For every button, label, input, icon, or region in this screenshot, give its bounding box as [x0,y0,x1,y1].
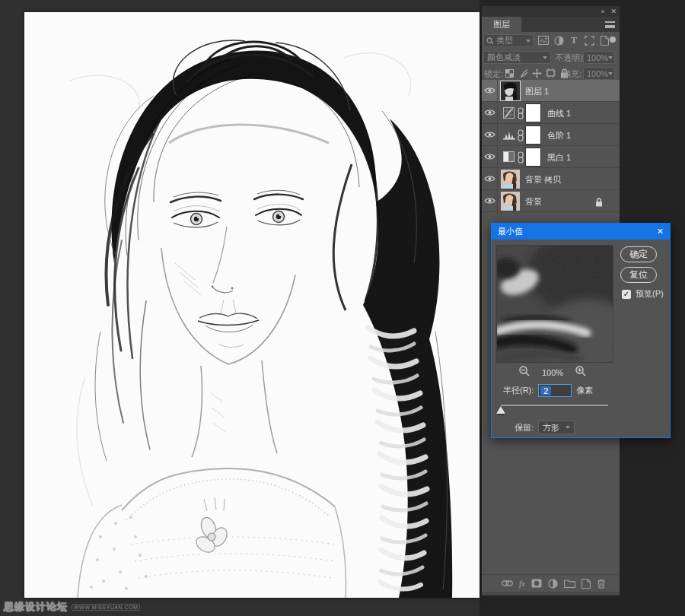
lock-artboard-icon[interactable] [546,68,556,78]
visibility-eye-icon[interactable] [482,124,498,145]
layer-name: 背景 [525,196,542,208]
filter-toggle-icon[interactable] [610,37,616,43]
layer-name: 色阶 1 [547,130,571,141]
zoom-out-icon[interactable] [519,366,530,379]
preserve-label: 保留: [515,422,534,433]
visibility-eye-icon[interactable] [482,102,498,123]
panel-menu-icon[interactable] [605,21,615,28]
preview-option: ✓ 预览(P) [622,288,664,300]
fill-value: 100% [587,69,608,78]
layer-row-levels1[interactable]: 色阶 1 [482,124,620,146]
panel-group-bar: « ✕ [482,6,620,17]
radius-label: 半径(R): [503,385,534,396]
dialog-title-bar[interactable]: 最小值 ✕ [492,224,670,240]
black-white-adjustment-icon [503,151,515,165]
visibility-eye-icon[interactable] [482,146,498,167]
layer-mask-thumbnail[interactable] [525,148,541,167]
fill-label: 填充: [562,68,581,80]
layer-row-background[interactable]: 背景 [482,190,620,212]
preview-label: 预览(P) [636,288,664,300]
tab-layers[interactable]: 图层 [482,17,521,32]
layer-name: 图层 1 [525,86,549,97]
chevron-down-icon [543,56,547,59]
radius-value: 2 [540,386,551,395]
add-adjustment-icon[interactable] [548,579,558,589]
layer-row-background-copy[interactable]: 背景 拷贝 [482,168,620,190]
new-group-folder-icon[interactable] [564,579,575,588]
lock-icons [505,68,569,78]
layer-filter-row: 类型 T [482,34,620,49]
radius-input[interactable]: 2 [538,384,572,397]
zoom-in-icon[interactable] [575,366,586,379]
minimum-filter-dialog: 最小值 ✕ 确定 复位 [491,223,671,438]
opacity-select[interactable]: 100% [583,51,615,64]
layer-thumbnail[interactable] [501,192,520,211]
chevron-down-icon [526,40,530,43]
layer-thumbnail[interactable] [501,81,520,100]
dialog-close-icon[interactable]: ✕ [657,227,664,237]
fill-select[interactable]: 100% [583,67,615,80]
filter-preview[interactable] [496,245,613,363]
preserve-row: 保留: 方形 [515,421,575,434]
layer-filter-type-select[interactable]: 类型 [483,34,534,47]
visibility-eye-icon[interactable] [482,190,498,211]
layer-row-curves1[interactable]: 曲线 1 [482,102,620,124]
link-layers-icon[interactable] [502,580,513,586]
layer-name: 黑白 1 [547,152,571,164]
layer-style-fx-icon[interactable]: fx [519,579,525,588]
filter-smart-objects-icon[interactable] [599,35,610,46]
lock-row: 锁定: 填充: 100% [482,67,620,81]
reset-button[interactable]: 复位 [620,267,657,283]
preview-zoom-controls: 100% [492,366,613,379]
radius-unit: 像素 [576,385,593,396]
blend-mode-select[interactable]: 颜色减淡 [483,51,551,64]
lock-transparency-icon[interactable] [505,68,515,78]
layer-row-blackwhite1[interactable]: 黑白 1 [482,146,620,168]
link-chain-icon[interactable] [518,129,524,144]
link-chain-icon[interactable] [518,151,524,167]
radius-row: 半径(R): 2 像素 [503,384,593,397]
layers-bottom-bar: fx [482,574,620,592]
ok-button[interactable]: 确定 [620,246,657,262]
filter-adjustment-layers-icon[interactable] [553,35,564,46]
layer-mask-thumbnail[interactable] [525,125,541,144]
lock-position-move-icon[interactable] [532,68,542,78]
dialog-body: 确定 复位 ✓ 预览(P) 100% 半径(R): 2 像素 保留: [492,240,670,437]
watermark: 思缘设计论坛 WWW.MISSYUAN.COM [4,600,140,614]
search-icon [486,34,494,48]
collapse-panel-icon[interactable]: « [601,8,604,15]
blend-mode-row: 颜色减淡 不透明度: 100% [482,51,620,65]
lock-label: 锁定: [484,68,503,80]
chevron-down-icon [566,426,570,429]
canvas-pasteboard: 思缘设计论坛 WWW.MISSYUAN.COM [0,0,480,616]
filter-type-layers-icon[interactable]: T [569,35,579,46]
visibility-eye-icon[interactable] [482,168,498,189]
watermark-title: 思缘设计论坛 [4,600,68,614]
link-chain-icon[interactable] [518,107,524,122]
visibility-eye-icon[interactable] [482,80,498,101]
levels-adjustment-icon [503,129,515,143]
delete-layer-trash-icon[interactable] [597,579,606,589]
filter-pixel-layers-icon[interactable] [538,35,549,46]
preserve-select[interactable]: 方形 [538,421,575,434]
lock-pixels-brush-icon[interactable] [518,68,528,78]
preserve-value: 方形 [543,422,559,433]
layer-thumbnail[interactable] [501,170,520,189]
new-layer-icon[interactable] [581,579,591,589]
layer-name: 曲线 1 [547,108,571,119]
panel-resize-strip[interactable] [482,592,620,595]
filter-kind-icons: T [538,35,610,46]
dialog-title: 最小值 [498,226,523,237]
zoom-level: 100% [542,368,563,377]
watermark-url: WWW.MISSYUAN.COM [72,604,140,611]
close-panel-icon[interactable]: ✕ [610,8,616,15]
radius-slider-thumb[interactable] [496,406,505,414]
layer-row-layer1[interactable]: 图层 1 [482,80,620,102]
preview-checkbox[interactable]: ✓ [622,290,631,299]
add-mask-icon[interactable] [531,579,542,588]
filter-shape-layers-icon[interactable] [584,35,594,46]
layer-list: 图层 1 曲线 1 [482,80,620,212]
radius-slider-track[interactable] [501,405,608,406]
layer-mask-thumbnail[interactable] [525,103,541,122]
document-canvas[interactable] [24,12,480,598]
